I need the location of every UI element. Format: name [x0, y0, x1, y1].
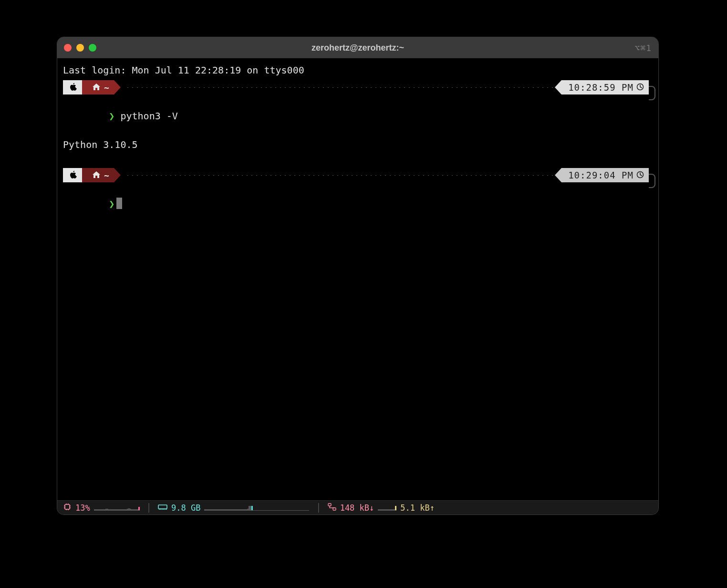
svg-rect-5: [333, 508, 336, 510]
prompt-caret: ❯: [109, 198, 114, 210]
timestamp-text: 10:29:04 PM: [568, 168, 634, 182]
memory-value: 9.8 GB: [171, 503, 200, 513]
os-segment: [63, 80, 82, 94]
window-controls: [64, 44, 96, 52]
command-output: Python 3.10.5: [57, 137, 658, 152]
timestamp-text: 10:28:59 PM: [568, 81, 634, 94]
window-title: zerohertz@zerohertz:~: [57, 43, 658, 53]
apple-icon: [70, 170, 77, 180]
timestamp-chip: 10:29:04 PM: [561, 168, 649, 182]
cpu-percent: 13%: [75, 503, 90, 513]
prompt-separator-dots: [125, 175, 557, 176]
memory-sparkline: [204, 505, 309, 511]
command-line[interactable]: ❯: [57, 182, 658, 225]
cpu-sparkline: [94, 505, 140, 511]
net-up-value: 5.1 kB↑: [400, 503, 435, 513]
prompt-caret: ❯: [109, 110, 114, 122]
minimize-button[interactable]: [76, 44, 84, 52]
net-sparkline: [378, 505, 396, 511]
cwd-path: ~: [104, 169, 109, 182]
prompt-segment-row: ~ 10:28:59 PM: [57, 80, 658, 94]
home-icon: [93, 83, 100, 92]
memory-section: 9.8 GB: [158, 503, 309, 513]
apple-icon: [70, 83, 77, 93]
command-line: ❯ python3 -V: [57, 94, 658, 137]
memory-icon: [158, 503, 167, 513]
os-segment: [63, 168, 82, 182]
command-text: python3 -V: [120, 110, 177, 122]
text-cursor: [116, 198, 122, 209]
titlebar: zerohertz@zerohertz:~ ⌥⌘1: [57, 37, 658, 58]
cpu-section: 13%: [63, 503, 140, 513]
svg-rect-4: [328, 504, 331, 506]
terminal-viewport[interactable]: Last login: Mon Jul 11 22:28:19 on ttys0…: [57, 58, 658, 500]
statusbar-divider: │: [314, 503, 322, 513]
prompt-segment-row: ~ 10:29:04 PM: [57, 168, 658, 182]
tab-hotkey-indicator: ⌥⌘1: [634, 43, 652, 53]
chip-icon: [63, 503, 72, 513]
prompt-separator-dots: [125, 87, 557, 88]
network-icon: [328, 503, 336, 513]
zoom-button[interactable]: [89, 44, 96, 52]
net-down-value: 148 kB↓: [340, 503, 374, 513]
svg-rect-2: [65, 504, 70, 509]
cwd-path: ~: [104, 81, 109, 94]
close-button[interactable]: [64, 44, 72, 52]
statusbar-divider: │: [145, 503, 153, 513]
timestamp-chip: 10:28:59 PM: [561, 80, 649, 94]
cwd-segment: ~: [82, 80, 114, 94]
terminal-window: zerohertz@zerohertz:~ ⌥⌘1 Last login: Mo…: [57, 37, 658, 514]
status-bar: 13% │ 9.8 GB │ 148 kB↓: [57, 500, 658, 514]
timestamp-bracket: [649, 86, 655, 100]
svg-rect-3: [158, 505, 167, 509]
clock-icon: [636, 168, 644, 182]
cwd-segment: ~: [82, 168, 114, 182]
timestamp-bracket: [649, 174, 655, 188]
network-section: 148 kB↓ 5.1 kB↑: [328, 503, 435, 513]
clock-icon: [636, 81, 644, 94]
home-icon: [93, 171, 100, 179]
last-login-line: Last login: Mon Jul 11 22:28:19 on ttys0…: [57, 63, 658, 77]
